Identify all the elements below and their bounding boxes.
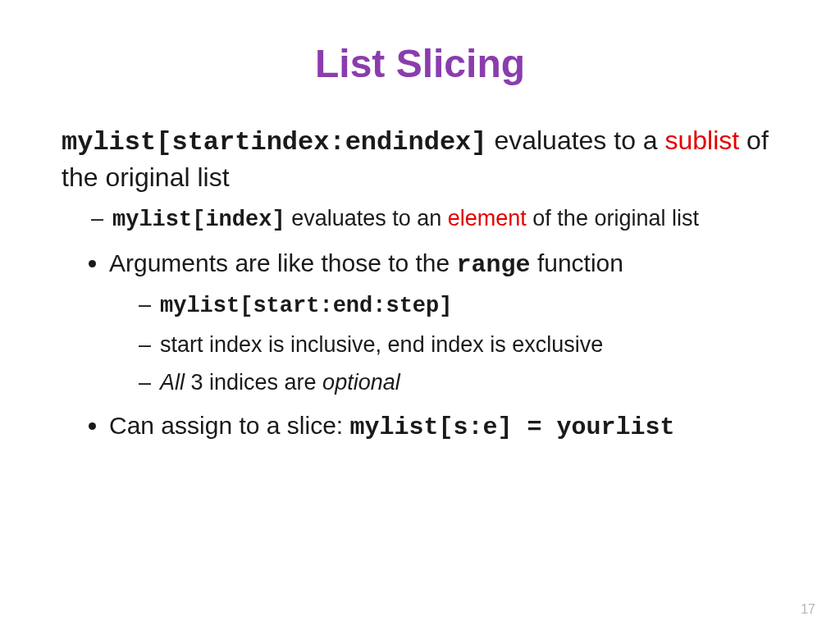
- intro-code: mylist[startindex:endindex]: [62, 127, 486, 158]
- bullet-args-code: range: [457, 251, 531, 279]
- sub-args-code: mylist[start:end:step]: [160, 294, 452, 318]
- sub-args-mid: 3 indices are: [185, 370, 322, 395]
- sub-args-optional: optional: [322, 370, 400, 395]
- args-sublist: mylist[start:end:step] start index is in…: [109, 290, 778, 397]
- intro-text-1: evaluates to a: [486, 126, 664, 155]
- sub-args-all: All: [160, 370, 185, 395]
- page-number: 17: [801, 602, 815, 617]
- bullet-args-text-2: function: [531, 249, 623, 276]
- sub-intro-code: mylist[index]: [112, 208, 285, 232]
- bullet-assign: Can assign to a slice: mylist[s:e] = you…: [109, 409, 778, 445]
- sub-intro-text-1: evaluates to an: [285, 206, 448, 231]
- sub-args-optional-item: All 3 indices are optional: [160, 368, 778, 397]
- bullet-arguments: Arguments are like those to the range fu…: [109, 247, 778, 398]
- sub-args-code-item: mylist[start:end:step]: [160, 290, 778, 321]
- sub-args-inclusive: start index is inclusive, end index is e…: [160, 332, 603, 357]
- slide-title: List Slicing: [62, 41, 778, 86]
- intro-paragraph: mylist[startindex:endindex] evaluates to…: [62, 123, 778, 195]
- intro-sublist: mylist[index] evaluates to an element of…: [62, 203, 778, 235]
- sub-args-inclusive-item: start index is inclusive, end index is e…: [160, 330, 778, 359]
- slide: List Slicing mylist[startindex:endindex]…: [0, 0, 840, 630]
- intro-highlight: sublist: [665, 126, 740, 155]
- bullet-assign-code: mylist[s:e] = yourlist: [349, 413, 674, 441]
- sub-intro-text-2: of the original list: [527, 206, 699, 231]
- sub-intro-item: mylist[index] evaluates to an element of…: [112, 203, 778, 235]
- main-bullet-list: Arguments are like those to the range fu…: [62, 247, 778, 444]
- bullet-args-text-1: Arguments are like those to the: [109, 249, 457, 276]
- sub-intro-highlight: element: [448, 206, 527, 231]
- bullet-assign-text-1: Can assign to a slice:: [109, 412, 349, 439]
